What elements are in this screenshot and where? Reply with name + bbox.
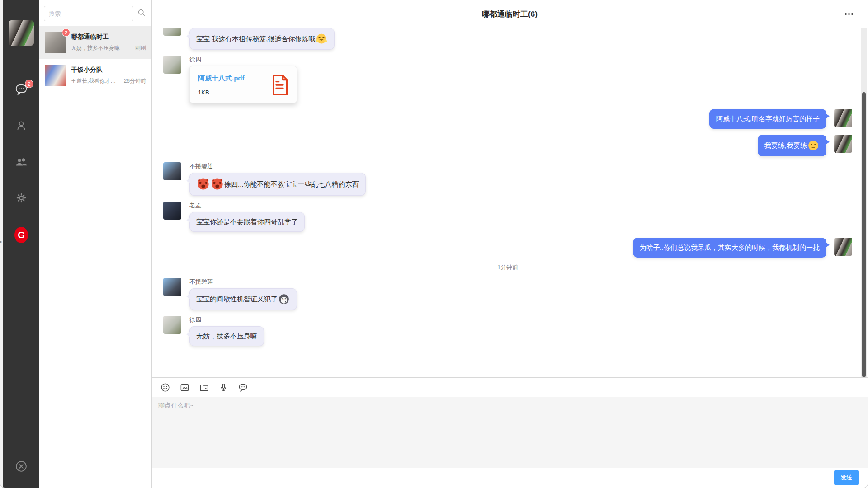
angry-face-emoji: [211, 178, 224, 191]
message-text: 宝宝 我这有本祖传秘笈,很适合你修炼哦: [196, 34, 315, 44]
contacts-icon: [15, 119, 28, 134]
message-body: 为啥子..你们总说我呆瓜，其实大多的时候，我都机制的一批: [633, 238, 826, 258]
blank-face-emoji: [807, 140, 819, 151]
message-body: 不摇碧莲宝宝的间歇性机智证又犯了: [189, 278, 297, 310]
emoji-icon[interactable]: [160, 382, 170, 393]
message-avatar[interactable]: [834, 109, 852, 127]
send-button[interactable]: 发送: [834, 470, 859, 485]
composer: 发送: [152, 377, 868, 488]
message-body: 老孟宝宝你还是不要跟着你四哥乱学了: [189, 202, 305, 232]
search-icon: [137, 8, 146, 19]
message-bubble[interactable]: 宝宝你还是不要跟着你四哥乱学了: [189, 212, 305, 232]
file-size: 1KB: [198, 89, 245, 96]
message-row: 阿威十八式,听名字就好厉害的样子: [163, 109, 852, 129]
conversation-avatar: 2: [45, 32, 66, 53]
message-bubble[interactable]: 为啥子..你们总说我呆瓜，其实大多的时候，我都机制的一批: [633, 238, 826, 258]
settings-icon: [15, 192, 28, 206]
chat-list: 2哪都通临时工无妨，技多不压身嘛刚刚干饭小分队王道长,我看你才…26分钟前: [39, 26, 151, 92]
message-row: 宝宝 我这有本祖传秘笈,很适合你修炼哦: [163, 28, 852, 50]
chat-dots-icon[interactable]: [237, 382, 248, 393]
conversation-preview: 王道长,我看你才…: [71, 77, 122, 85]
message-input[interactable]: [152, 397, 868, 468]
unread-badge: 2: [25, 80, 33, 88]
image-icon[interactable]: [179, 382, 190, 393]
collapse-handle-icon[interactable]: ▸: [0, 239, 2, 244]
more-icon[interactable]: [842, 10, 856, 18]
sidebar-item-logo[interactable]: G: [14, 228, 28, 242]
message-avatar[interactable]: [834, 238, 852, 256]
search-input[interactable]: [44, 6, 133, 21]
message-area: 宝宝 我这有本祖传秘笈,很适合你修炼哦 徐四阿威十八式.pdf1KB阿威十八式,…: [152, 28, 868, 377]
message-avatar[interactable]: [163, 278, 181, 296]
search-button[interactable]: [136, 6, 147, 21]
sidebar-item-groups[interactable]: [14, 156, 28, 169]
chat-main-panel: 哪都通临时工(6) 宝宝 我这有本祖传秘笈,很适合你修炼哦 徐四阿威十八式.pd…: [152, 0, 868, 488]
chat-app-window: ▸ 2: [0, 0, 868, 488]
message-author: 老孟: [189, 202, 201, 210]
conversation-time: 刚刚: [135, 44, 146, 52]
message-avatar[interactable]: [163, 56, 181, 74]
conversation-time: 26分钟前: [124, 77, 146, 85]
chat-scrollbar[interactable]: [861, 28, 867, 377]
message-bubble[interactable]: 宝宝的间歇性机智证又犯了: [189, 288, 297, 310]
message-row: 为啥子..你们总说我呆瓜，其实大多的时候，我都机制的一批: [163, 238, 852, 258]
sidebar-item-chats[interactable]: 2: [14, 84, 28, 97]
message-text: 无妨，技多不压身嘛: [196, 331, 257, 341]
close-icon: [15, 460, 28, 474]
conversation-title: 哪都通临时工: [71, 33, 146, 41]
unread-badge: 2: [62, 28, 70, 37]
chat-title: 哪都通临时工(6): [482, 9, 538, 19]
file-info: 阿威十八式.pdf1KB: [198, 74, 245, 96]
message-text: 为啥子..你们总说我呆瓜，其实大多的时候，我都机制的一批: [640, 243, 820, 253]
message-author: 徐四: [189, 56, 201, 64]
message-row: 不摇碧莲 徐四...你能不能不教宝宝一些乱七八糟的东西: [163, 162, 852, 196]
hugging-face-emoji: [316, 33, 327, 45]
message-text: 宝宝的间歇性机智证又犯了: [196, 294, 278, 304]
message-avatar[interactable]: [834, 135, 852, 153]
folder-icon[interactable]: [198, 382, 209, 393]
message-author: 徐四: [189, 316, 201, 324]
message-body: 阿威十八式,听名字就好厉害的样子: [709, 109, 826, 129]
message-author: 不摇碧莲: [189, 162, 213, 170]
message-bubble[interactable]: 宝宝 我这有本祖传秘笈,很适合你修炼哦: [189, 28, 335, 50]
conversation-list-panel: 2哪都通临时工无妨，技多不压身嘛刚刚干饭小分队王道长,我看你才…26分钟前: [39, 0, 152, 488]
chat-scrollbar-thumb[interactable]: [862, 92, 866, 377]
message-row: 老孟宝宝你还是不要跟着你四哥乱学了: [163, 202, 852, 232]
file-message-card[interactable]: 阿威十八式.pdf1KB: [189, 66, 297, 103]
sidebar-item-settings[interactable]: [14, 192, 28, 206]
send-bar: 发送: [152, 468, 868, 488]
message-body: 徐四阿威十八式.pdf1KB: [189, 56, 297, 103]
message-bubble[interactable]: 我要练,我要练: [758, 135, 826, 156]
message-bubble[interactable]: 徐四...你能不能不教宝宝一些乱七八糟的东西: [189, 173, 366, 196]
message-avatar[interactable]: [163, 162, 181, 180]
user-avatar[interactable]: [9, 20, 34, 46]
time-divider: 1分钟前: [163, 263, 852, 272]
message-bubble[interactable]: 阿威十八式,听名字就好厉害的样子: [709, 109, 826, 129]
message-list: 宝宝 我这有本祖传秘笈,很适合你修炼哦 徐四阿威十八式.pdf1KB阿威十八式,…: [152, 28, 860, 377]
message-row: 不摇碧莲宝宝的间歇性机智证又犯了: [163, 278, 852, 310]
message-avatar[interactable]: [163, 28, 181, 36]
message-avatar[interactable]: [163, 316, 181, 334]
sidebar-item-contacts[interactable]: [14, 120, 28, 133]
group-icon: [14, 155, 28, 170]
nav-sidebar: 2: [3, 0, 39, 488]
conversation-avatar: [45, 65, 66, 86]
conversation-info: 干饭小分队王道长,我看你才…26分钟前: [71, 66, 146, 85]
message-body: 宝宝 我这有本祖传秘笈,很适合你修炼哦: [189, 28, 335, 50]
conversation-preview: 无妨，技多不压身嘛: [71, 44, 133, 52]
message-text: 徐四...你能不能不教宝宝一些乱七八糟的东西: [224, 179, 359, 189]
message-bubble[interactable]: 无妨，技多不压身嘛: [189, 326, 264, 346]
composer-toolbar: [152, 378, 868, 397]
message-avatar[interactable]: [163, 202, 181, 220]
search-bar: [39, 0, 151, 26]
message-text: 我要练,我要练: [764, 141, 807, 150]
message-author: 不摇碧莲: [189, 278, 213, 286]
conversation-title: 干饭小分队: [71, 66, 146, 74]
message-body: 徐四无妨，技多不压身嘛: [189, 316, 264, 346]
sidebar-item-close[interactable]: [14, 460, 28, 474]
mic-icon[interactable]: [218, 382, 229, 393]
chat-list-item[interactable]: 2哪都通临时工无妨，技多不压身嘛刚刚: [39, 26, 151, 59]
message-text: 宝宝你还是不要跟着你四哥乱学了: [196, 217, 298, 227]
file-name-link[interactable]: 阿威十八式.pdf: [198, 74, 245, 83]
chat-list-item[interactable]: 干饭小分队王道长,我看你才…26分钟前: [39, 59, 151, 92]
